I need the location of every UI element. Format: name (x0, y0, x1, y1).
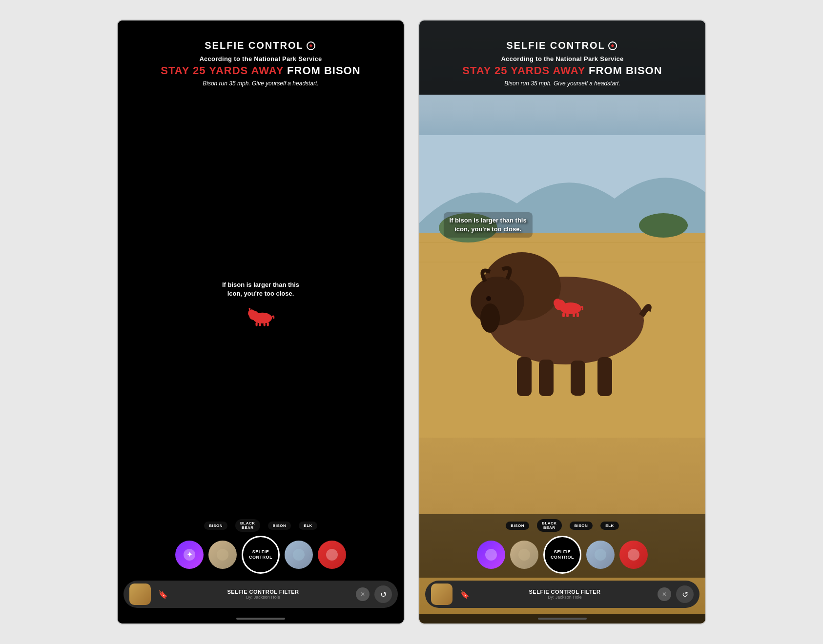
headline-white-left: FROM BISON (287, 64, 361, 77)
close-button-left[interactable]: ✕ (356, 587, 370, 601)
page-wrapper: SELFIE CONTROL According to the National… (102, 5, 721, 639)
filter-circle-active-left[interactable]: SELFIECONTROL (242, 536, 280, 574)
filter-icons-row-left: ✦ SELFIECONTROL (175, 536, 346, 574)
bottom-thumb-left (129, 584, 151, 605)
selfie-control-label-left: SELFIECONTROL (249, 549, 272, 560)
filter-circle-red-left[interactable] (318, 541, 346, 569)
headline-white-right: FROM BISON (589, 64, 662, 77)
svg-point-38 (485, 549, 497, 561)
top-section-left: SELFIE CONTROL According to the National… (118, 20, 404, 97)
headline-left: STAY 25 YARDS AWAY FROM BISON (132, 64, 389, 77)
filter-label-bison2-right[interactable]: BISON (570, 522, 593, 530)
top-section-right: SELFIE CONTROL According to the National… (419, 20, 705, 95)
subtitle-left: According to the National Park Service (132, 55, 389, 62)
middle-left: If bison is larger than thisicon, you're… (118, 97, 404, 514)
close-button-right[interactable]: ✕ (658, 587, 671, 601)
bottom-bar-left: 🔖 SELFIE CONTROL FILTER By: Jackson Hole… (123, 581, 398, 608)
filter-circle-active-right[interactable]: SELFIECONTROL (543, 536, 581, 574)
rotate-button-right[interactable]: ↺ (676, 585, 694, 603)
tagline-right: Bison run 35 mph. Give yourself a headst… (434, 80, 691, 87)
filter-by-left: By: Jackson Hole (175, 595, 351, 600)
filter-circle-purple-left[interactable]: ✦ (175, 541, 204, 569)
svg-rect-4 (256, 322, 258, 326)
home-bar-left (236, 618, 285, 620)
svg-point-40 (595, 549, 606, 561)
svg-rect-6 (264, 323, 266, 326)
filter-circle-purple-right[interactable] (477, 541, 505, 569)
bottom-bar-right: 🔖 SELFIE CONTROL FILTER By: Jackson Hole… (425, 581, 700, 608)
logo-icon-right (607, 41, 618, 51)
bison-icon-left (244, 304, 278, 330)
filter-label-bison1-right[interactable]: BISON (506, 522, 529, 530)
brand-logo-right: SELFIE CONTROL (434, 40, 691, 51)
filter-icons-row-right: SELFIECONTROL (477, 536, 648, 574)
filter-circle-sky-left[interactable] (285, 541, 313, 569)
filter-by-right: By: Jackson Hole (477, 595, 653, 600)
filter-label-bison2-left[interactable]: BISON (268, 522, 291, 530)
logo-icon-left (305, 41, 317, 51)
comparison-text-left: If bison is larger than thisicon, you're… (222, 281, 299, 298)
headline-red-left: STAY 25 YARDS AWAY (161, 64, 284, 77)
brand-name-left: SELFIE CONTROL (205, 40, 303, 51)
phone-left: SELFIE CONTROL According to the National… (117, 20, 405, 624)
selfie-control-label-right: SELFIECONTROL (551, 549, 574, 560)
bookmark-icon-left[interactable]: 🔖 (156, 587, 170, 602)
svg-rect-7 (267, 322, 269, 326)
svg-rect-5 (259, 323, 261, 326)
filter-label-elk-right[interactable]: ELK (600, 522, 619, 530)
phone-right: SELFIE CONTROL According to the National… (418, 20, 706, 624)
tagline-left: Bison run 35 mph. Give yourself a headst… (132, 80, 389, 87)
svg-point-39 (518, 549, 530, 561)
filter-circle-sandy-left[interactable] (208, 541, 237, 569)
bookmark-icon-right[interactable]: 🔖 (457, 587, 472, 602)
home-bar-right (538, 618, 587, 620)
filter-labels-right: BISON BLACKBEAR BISON ELK (506, 519, 619, 532)
filter-label-bison1-left[interactable]: BISON (204, 522, 227, 530)
filter-title-right: SELFIE CONTROL FILTER (477, 589, 653, 595)
svg-point-41 (628, 549, 639, 561)
svg-point-8 (248, 310, 255, 317)
svg-point-13 (326, 549, 338, 561)
bottom-thumb-right (431, 584, 453, 605)
headline-right: STAY 25 YARDS AWAY FROM BISON (434, 64, 691, 77)
bottom-filter-name-right: SELFIE CONTROL FILTER By: Jackson Hole (477, 589, 653, 600)
home-indicator-right (419, 614, 705, 624)
filter-circle-sandy-right[interactable] (510, 541, 538, 569)
filter-label-blackbear-right[interactable]: BLACKBEAR (537, 519, 562, 532)
filter-label-blackbear-left[interactable]: BLACKBEAR (235, 519, 260, 532)
filter-carousel-right: BISON BLACKBEAR BISON ELK SELFIECONTROL (419, 514, 705, 578)
subtitle-right: According to the National Park Service (434, 55, 691, 62)
home-indicator-left (118, 614, 404, 624)
svg-point-11 (217, 549, 228, 561)
brand-logo-left: SELFIE CONTROL (132, 40, 389, 51)
headline-red-right: STAY 25 YARDS AWAY (462, 64, 585, 77)
comparison-text-overlay: If bison is larger than thisicon, you're… (444, 212, 533, 238)
filter-circle-red-right[interactable] (619, 541, 648, 569)
filter-labels-left: BISON BLACKBEAR BISON ELK (204, 519, 317, 532)
svg-point-12 (293, 549, 305, 561)
svg-text:✦: ✦ (186, 550, 193, 559)
filter-circle-sky-right[interactable] (586, 541, 615, 569)
filter-carousel-left: BISON BLACKBEAR BISON ELK ✦ SELFIECONTRO… (118, 514, 404, 578)
filter-label-elk-left[interactable]: ELK (299, 522, 317, 530)
bottom-filter-name-left: SELFIE CONTROL FILTER By: Jackson Hole (175, 589, 351, 600)
filter-title-left: SELFIE CONTROL FILTER (175, 589, 351, 595)
rotate-button-left[interactable]: ↺ (374, 585, 392, 603)
middle-right: If bison is larger than thisicon, you're… (419, 95, 705, 514)
brand-name-right: SELFIE CONTROL (506, 40, 605, 51)
